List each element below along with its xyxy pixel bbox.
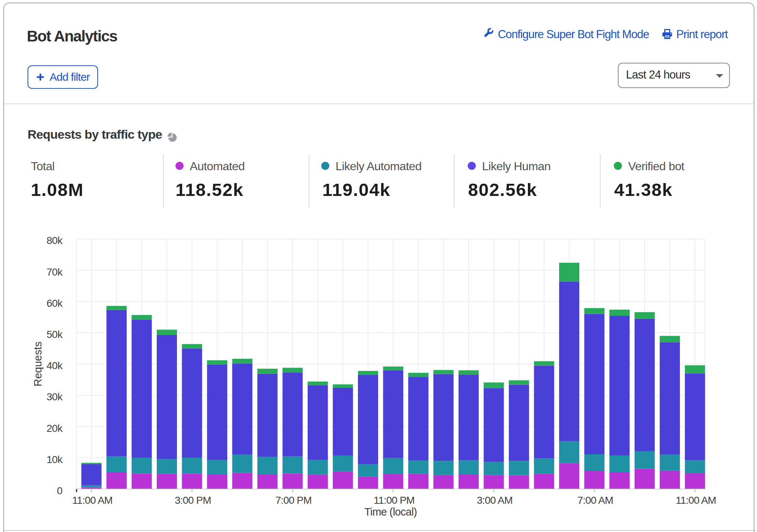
svg-text:3:00 PM: 3:00 PM <box>175 495 211 506</box>
svg-text:7:00 PM: 7:00 PM <box>275 495 312 506</box>
svg-text:40k: 40k <box>47 360 63 371</box>
svg-text:30k: 30k <box>47 391 63 402</box>
svg-text:0: 0 <box>57 485 62 496</box>
svg-text:80k: 80k <box>47 235 63 246</box>
svg-text:11:00 PM: 11:00 PM <box>374 495 414 506</box>
svg-text:3:00 AM: 3:00 AM <box>477 495 512 506</box>
svg-text:60k: 60k <box>47 298 63 309</box>
svg-text:11:00 AM: 11:00 AM <box>72 495 112 506</box>
svg-text:70k: 70k <box>47 266 63 278</box>
svg-text:7:00 AM: 7:00 AM <box>577 495 613 506</box>
svg-text:50k: 50k <box>47 329 63 340</box>
svg-text:20k: 20k <box>47 423 63 434</box>
svg-text:Time (local): Time (local) <box>364 506 417 518</box>
svg-text:10k: 10k <box>47 454 63 465</box>
svg-text:Requests: Requests <box>32 342 44 387</box>
svg-text:11:00 AM: 11:00 AM <box>675 495 716 506</box>
